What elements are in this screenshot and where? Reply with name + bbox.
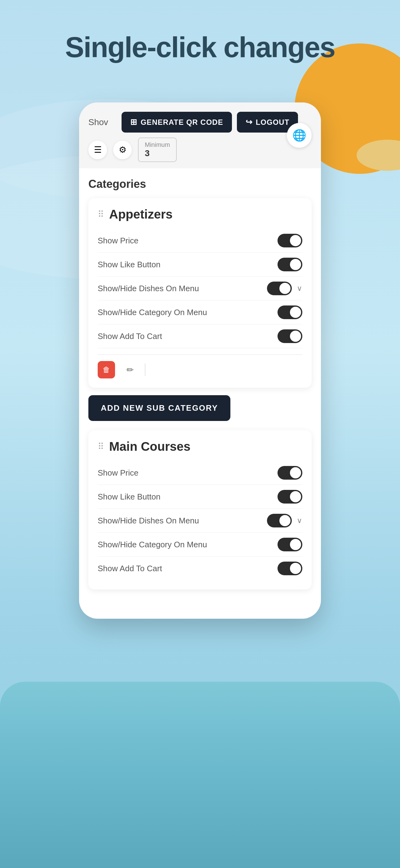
trash-icon: 🗑 xyxy=(103,365,110,374)
show-price-toggle-main-courses[interactable] xyxy=(277,466,302,479)
logout-label: LOGOUT xyxy=(256,118,290,127)
toggle-show-price-main-courses: Show Price xyxy=(98,461,302,485)
toggle-knob xyxy=(290,259,301,270)
minimum-label: Minimum xyxy=(145,141,170,148)
category-card-main-courses: ⠿ Main Courses Show Price Show Like Butt… xyxy=(88,430,312,590)
globe-button[interactable]: 🌐 xyxy=(287,123,312,148)
top-bar: Shov ⊞ GENERATE QR CODE ↪ LOGOUT ☰ ⚙ Min xyxy=(79,102,321,168)
toggle-right-dishes: ∨ xyxy=(267,282,302,295)
category-name-main-courses: Main Courses xyxy=(109,440,190,454)
show-price-toggle-appetizers[interactable] xyxy=(277,234,302,247)
toggle-show-hide-category-appetizers: Show/Hide Category On Menu xyxy=(98,301,302,324)
add-to-cart-toggle-main-courses[interactable] xyxy=(277,562,302,575)
show-hide-dishes-toggle-appetizers[interactable] xyxy=(267,282,292,295)
toggle-show-price-appetizers: Show Price xyxy=(98,229,302,253)
add-to-cart-label-appetizers: Show Add To Cart xyxy=(98,332,162,341)
show-like-toggle-appetizers[interactable] xyxy=(277,258,302,271)
toggle-knob xyxy=(290,235,301,246)
category-name-appetizers: Appetizers xyxy=(109,207,173,221)
toggle-right-dishes-mc: ∨ xyxy=(267,514,302,527)
show-like-toggle-main-courses[interactable] xyxy=(277,490,302,503)
show-hide-dishes-label-appetizers: Show/Hide Dishes On Menu xyxy=(98,284,199,293)
phone-screen: Shov ⊞ GENERATE QR CODE ↪ LOGOUT ☰ ⚙ Min xyxy=(79,102,321,619)
edit-button-appetizers[interactable]: ✏ xyxy=(121,361,139,378)
qr-icon: ⊞ xyxy=(130,117,137,127)
toggle-knob xyxy=(290,491,301,502)
toggle-show-like-main-courses: Show Like Button xyxy=(98,485,302,509)
generate-qr-label: GENERATE QR CODE xyxy=(140,118,223,127)
generate-qr-button[interactable]: ⊞ GENERATE QR CODE xyxy=(122,112,232,132)
drag-icon-main-courses[interactable]: ⠿ xyxy=(98,441,104,452)
show-like-label-appetizers: Show Like Button xyxy=(98,260,160,270)
chevron-down-icon-dishes-mc[interactable]: ∨ xyxy=(297,516,302,525)
action-divider xyxy=(145,364,145,376)
toggle-add-to-cart-appetizers: Show Add To Cart xyxy=(98,324,302,348)
toggle-knob xyxy=(290,563,301,574)
category-header-main-courses: ⠿ Main Courses xyxy=(98,440,302,454)
settings-button[interactable]: ⚙ xyxy=(113,141,132,159)
hero-title: Single-click changes xyxy=(0,31,400,64)
menu-icon: ☰ xyxy=(94,145,102,155)
toggle-show-hide-dishes-main-courses: Show/Hide Dishes On Menu ∨ xyxy=(98,509,302,533)
toggle-knob xyxy=(279,283,291,294)
chevron-down-icon-dishes[interactable]: ∨ xyxy=(297,284,302,293)
show-hide-category-label-appetizers: Show/Hide Category On Menu xyxy=(98,308,207,317)
top-bar-row1: Shov ⊞ GENERATE QR CODE ↪ LOGOUT xyxy=(88,112,312,132)
category-header-appetizers: ⠿ Appetizers xyxy=(98,207,302,221)
toggle-knob xyxy=(279,515,291,526)
category-card-appetizers: ⠿ Appetizers Show Price Show Like Button… xyxy=(88,198,312,388)
toggle-knob xyxy=(290,539,301,550)
menu-button[interactable]: ☰ xyxy=(88,141,107,159)
water-bg xyxy=(0,682,400,868)
minimum-input[interactable]: Minimum 3 xyxy=(138,137,177,162)
categories-section: Categories ⠿ Appetizers Show Price Show … xyxy=(79,168,321,606)
card-actions-appetizers: 🗑 ✏ xyxy=(98,354,302,378)
show-label: Shov xyxy=(88,117,108,127)
show-hide-dishes-label-main-courses: Show/Hide Dishes On Menu xyxy=(98,516,199,526)
show-price-label-main-courses: Show Price xyxy=(98,468,139,478)
toggle-add-to-cart-main-courses: Show Add To Cart xyxy=(98,557,302,580)
toggle-knob xyxy=(290,467,301,478)
toggle-show-hide-category-main-courses: Show/Hide Category On Menu xyxy=(98,533,302,557)
show-hide-dishes-toggle-main-courses[interactable] xyxy=(267,514,292,527)
add-to-cart-label-main-courses: Show Add To Cart xyxy=(98,564,162,574)
toggle-show-hide-dishes-appetizers: Show/Hide Dishes On Menu ∨ xyxy=(98,277,302,301)
show-price-label-appetizers: Show Price xyxy=(98,236,139,246)
logout-icon: ↪ xyxy=(245,117,253,127)
show-hide-category-label-main-courses: Show/Hide Category On Menu xyxy=(98,540,207,550)
minimum-value: 3 xyxy=(145,148,150,158)
show-like-label-main-courses: Show Like Button xyxy=(98,492,160,502)
delete-button-appetizers[interactable]: 🗑 xyxy=(98,361,115,378)
add-sub-category-button[interactable]: ADD NEW SUB CATEGORY xyxy=(88,395,230,421)
toggle-show-like-appetizers: Show Like Button xyxy=(98,253,302,277)
toggle-knob xyxy=(290,307,301,318)
settings-icon: ⚙ xyxy=(119,145,127,155)
show-hide-category-toggle-appetizers[interactable] xyxy=(277,306,302,319)
categories-title: Categories xyxy=(88,178,312,191)
add-to-cart-toggle-appetizers[interactable] xyxy=(277,330,302,343)
globe-icon: 🌐 xyxy=(292,129,306,142)
show-hide-category-toggle-main-courses[interactable] xyxy=(277,538,302,551)
drag-icon-appetizers[interactable]: ⠿ xyxy=(98,209,104,219)
top-bar-row2: ☰ ⚙ Minimum 3 🌐 xyxy=(88,137,312,162)
toggle-knob xyxy=(290,331,301,342)
pencil-icon: ✏ xyxy=(127,365,134,375)
